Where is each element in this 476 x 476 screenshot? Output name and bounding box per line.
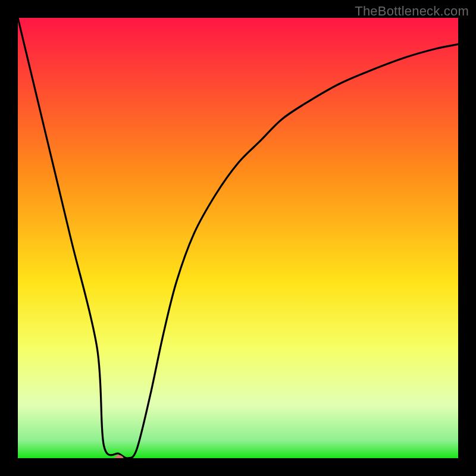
plot-area	[18, 18, 458, 458]
curve-layer	[18, 18, 458, 458]
chart-frame: TheBottleneck.com	[0, 0, 476, 476]
bottleneck-curve	[18, 18, 458, 458]
watermark-text: TheBottleneck.com	[355, 4, 469, 19]
